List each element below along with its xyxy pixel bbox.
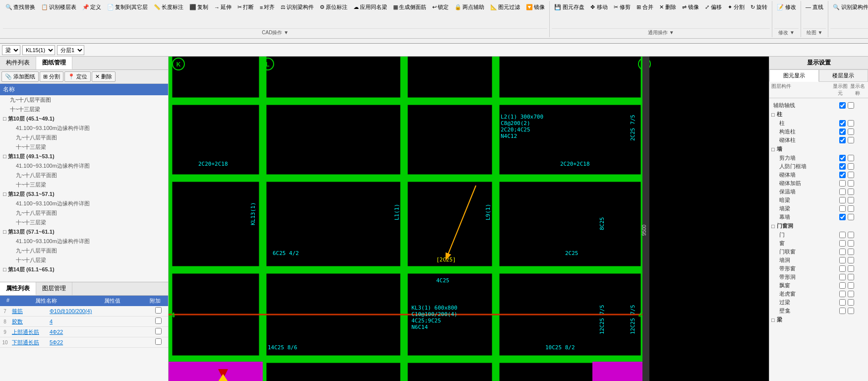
btn-copy-layer[interactable]: 📄 复制到其它层 <box>105 2 150 12</box>
name-door-window-combo[interactable] <box>848 249 854 255</box>
name-window[interactable] <box>848 240 854 247</box>
show-col[interactable] <box>839 120 846 127</box>
attr-add-9[interactable] <box>148 328 168 336</box>
tab-floor-display[interactable]: 楼层显示 <box>819 69 868 82</box>
attr-name-10[interactable]: 下部通长筋 <box>10 339 50 346</box>
tree-list[interactable]: 九~十八层平面图 十~十三层梁 □ 第10层 (45.1~49.1) 41.10… <box>0 95 168 282</box>
show-door-window-combo[interactable] <box>839 249 846 255</box>
tree-group-13[interactable]: □ 第13层 (57.1~61.1) <box>0 227 168 237</box>
attr-add-8[interactable] <box>148 318 168 325</box>
btn-auto-align[interactable]: ▦ 生成侧面筋 <box>391 2 429 12</box>
attr-val-9[interactable]: 4Φ22 <box>50 329 148 335</box>
btn-trim[interactable]: ✂ 修剪 <box>611 2 633 12</box>
btn-define[interactable]: 📌 定义 <box>80 2 104 12</box>
type-select[interactable]: 梁 <box>2 45 20 55</box>
show-niche[interactable] <box>839 308 846 314</box>
tree-group-14[interactable]: □ 第14层 (61.1~65.1) <box>0 265 168 274</box>
attr-val-8[interactable]: 4 <box>50 318 148 324</box>
tree-item-11-2[interactable]: 九~十八层平面图 <box>0 171 168 180</box>
tree-item-10-3[interactable]: 十~十三层梁 <box>0 142 168 152</box>
btn-scale[interactable]: ⚖ 识别梁构件 <box>278 2 316 12</box>
show-wall-beam[interactable] <box>839 205 846 212</box>
tree-item-12-3[interactable]: 十~十三层梁 <box>0 218 168 227</box>
btn-delete[interactable]: ✕ 删除 <box>657 2 679 12</box>
name-shear-wall[interactable] <box>848 155 854 161</box>
btn-rotate[interactable]: ↻ 旋转 <box>748 2 770 12</box>
show-bay-window[interactable] <box>839 282 846 289</box>
tree-item-1[interactable]: 十~十三层梁 <box>0 105 168 114</box>
name-masonry-wall[interactable] <box>848 172 854 178</box>
name-masonry-col[interactable] <box>848 137 854 143</box>
name-civil-wall[interactable] <box>848 163 854 170</box>
show-curtain-wall[interactable] <box>839 214 846 220</box>
tree-item-10-1[interactable]: 41.100~93.100m边缘构件详图 <box>0 124 168 133</box>
name-strip-hole[interactable] <box>848 274 854 280</box>
show-civil-wall[interactable] <box>839 163 846 170</box>
show-aux-axis[interactable] <box>839 102 846 109</box>
btn-align[interactable]: ≡ 对齐 <box>257 2 277 12</box>
show-masonry-col[interactable] <box>839 137 846 143</box>
tree-item-13-2[interactable]: 九~十八层平面图 <box>0 246 168 255</box>
attr-name-9[interactable]: 上部通长筋 <box>10 328 50 336</box>
show-masonry-rebar[interactable] <box>839 180 846 187</box>
btn-find-replace[interactable]: 🔍 查找替换 <box>3 2 38 12</box>
tree-group-10[interactable]: □ 第10层 (45.1~49.1) <box>0 114 168 124</box>
btn-line[interactable]: — 直线 <box>803 2 826 12</box>
name-curtain-wall[interactable] <box>848 214 854 220</box>
canvas-area[interactable]: L2(1) 300x700 C8@200(2) 2C20;4C25 N4C12 … <box>169 57 769 381</box>
btn-offset[interactable]: ⤢ 偏移 <box>702 2 724 12</box>
attr-check-7[interactable] <box>155 307 162 314</box>
btn-merge[interactable]: ⊞ 合并 <box>634 2 656 12</box>
btn-restore-cad[interactable]: ↩ 锁定 <box>430 2 451 12</box>
show-door[interactable] <box>839 232 846 238</box>
tree-item-13-3[interactable]: 十~十八层梁 <box>0 255 168 265</box>
btn-extend[interactable]: → 延伸 <box>212 2 234 12</box>
name-wall-beam[interactable] <box>848 205 854 212</box>
btn-move[interactable]: ✥ 移动 <box>588 2 610 12</box>
attr-add-7[interactable] <box>148 307 168 315</box>
name-door[interactable] <box>848 232 854 238</box>
show-lintel[interactable] <box>839 299 846 306</box>
show-window[interactable] <box>839 240 846 247</box>
btn-split-gen[interactable]: ✦ 分割 <box>725 2 747 12</box>
btn-length-dim[interactable]: 📏 长度标注 <box>151 2 186 12</box>
btn-two-point[interactable]: 📐 图元过滤 <box>488 2 522 12</box>
tab-element-display[interactable]: 图元显示 <box>769 69 819 82</box>
btn-split-drawing[interactable]: ⊞ 分割 <box>40 71 63 82</box>
attr-check-9[interactable] <box>155 328 162 334</box>
show-wall-hole[interactable] <box>839 257 846 263</box>
show-structural-col[interactable] <box>839 128 846 135</box>
name-insulation-wall[interactable] <box>848 189 854 195</box>
show-dormer-window[interactable] <box>839 291 846 297</box>
name-bay-window[interactable] <box>848 282 854 289</box>
name-masonry-rebar[interactable] <box>848 180 854 187</box>
tree-item-10-2[interactable]: 九~十八层平面图 <box>0 133 168 142</box>
btn-lock[interactable]: 🔒 两点辅助 <box>452 2 487 12</box>
attr-val-10[interactable]: 5Φ22 <box>50 339 148 345</box>
tab-component-list[interactable]: 构件列表 <box>0 57 36 69</box>
btn-save-elem[interactable]: 💾 图元存盘 <box>552 2 587 12</box>
show-strip-hole[interactable] <box>839 274 846 280</box>
show-strip-window[interactable] <box>839 265 846 272</box>
tree-item-12-2[interactable]: 九~十八层平面图 <box>0 208 168 218</box>
btn-locate-drawing[interactable]: 📍 定位 <box>64 71 91 82</box>
tree-item-0[interactable]: 九~十八层平面图 <box>0 95 168 105</box>
tree-item-12-1[interactable]: 41.100~93.100m边缘构件详图 <box>0 199 168 208</box>
btn-break[interactable]: ✂ 打断 <box>235 2 256 12</box>
tab-drawing-mgmt[interactable]: 图纸管理 <box>36 57 72 69</box>
attr-add-10[interactable] <box>148 338 168 346</box>
name-select[interactable]: KL15(1) <box>22 45 55 55</box>
tree-item-11-3[interactable]: 十~十三层梁 <box>0 180 168 190</box>
btn-copy[interactable]: ⬛ 复制 <box>187 2 211 12</box>
name-strip-window[interactable] <box>848 265 854 272</box>
tab-layer-mgmt[interactable]: 图层管理 <box>36 282 72 295</box>
tree-item-13-1[interactable]: 41.100~93.100m边缘构件详图 <box>0 237 168 246</box>
tree-item-11-1[interactable]: 41.100~93.100m边缘构件详图 <box>0 161 168 171</box>
name-wall-hole[interactable] <box>848 257 854 263</box>
btn-delete-drawing[interactable]: ✕ 删除 <box>92 71 116 82</box>
btn-identify-beam[interactable]: 🔍 识别梁构件 <box>830 2 868 12</box>
name-dormer-window[interactable] <box>848 291 854 297</box>
attr-name-8[interactable]: 胶数 <box>10 318 50 325</box>
name-structural-col[interactable] <box>848 128 854 135</box>
btn-add-drawing[interactable]: 📎 添加图纸 <box>1 71 39 82</box>
